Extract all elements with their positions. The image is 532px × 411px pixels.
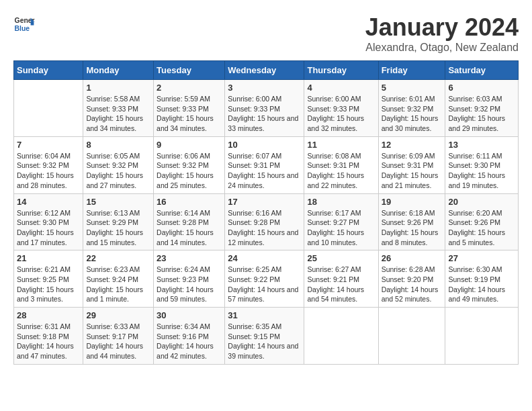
calendar-cell: 18 Sunrise: 6:17 AM Sunset: 9:27 PM Dayl…: [304, 193, 378, 250]
calendar-cell: 28 Sunrise: 6:31 AM Sunset: 9:18 PM Dayl…: [14, 308, 83, 365]
day-number: 21: [17, 253, 80, 263]
calendar-cell: 1 Sunrise: 5:58 AM Sunset: 9:33 PM Dayli…: [83, 80, 154, 137]
calendar-cell: 13 Sunrise: 6:11 AM Sunset: 9:30 PM Dayl…: [445, 136, 519, 193]
day-info: Sunrise: 6:08 AM Sunset: 9:31 PM Dayligh…: [307, 151, 375, 191]
day-number: 16: [157, 197, 222, 207]
day-number: 12: [382, 140, 443, 150]
calendar-cell: 21 Sunrise: 6:21 AM Sunset: 9:25 PM Dayl…: [14, 250, 83, 308]
day-number: 7: [17, 140, 80, 150]
calendar-week-1: 7 Sunrise: 6:04 AM Sunset: 9:32 PM Dayli…: [14, 136, 519, 193]
calendar-cell: 12 Sunrise: 6:09 AM Sunset: 9:31 PM Dayl…: [378, 136, 445, 193]
day-number: 15: [86, 197, 150, 207]
day-info: Sunrise: 6:31 AM Sunset: 9:18 PM Dayligh…: [17, 322, 80, 361]
calendar-cell: [445, 308, 519, 365]
day-number: 25: [307, 253, 375, 263]
day-info: Sunrise: 6:06 AM Sunset: 9:32 PM Dayligh…: [157, 151, 222, 191]
day-number: 29: [86, 310, 150, 320]
header: General Blue January 2024 Alexandra, Ota…: [13, 13, 519, 54]
day-number: 9: [157, 140, 222, 150]
calendar-cell: 26 Sunrise: 6:28 AM Sunset: 9:20 PM Dayl…: [378, 250, 445, 308]
calendar-subtitle: Alexandra, Otago, New Zealand: [365, 42, 519, 54]
calendar-cell: 15 Sunrise: 6:13 AM Sunset: 9:29 PM Dayl…: [83, 193, 154, 250]
header-thursday: Thursday: [304, 61, 378, 80]
calendar-cell: 2 Sunrise: 5:59 AM Sunset: 9:33 PM Dayli…: [154, 80, 225, 137]
day-number: 17: [228, 197, 301, 207]
calendar-week-4: 28 Sunrise: 6:31 AM Sunset: 9:18 PM Dayl…: [14, 308, 519, 365]
header-wednesday: Wednesday: [225, 61, 304, 80]
day-number: 3: [228, 83, 301, 93]
calendar-cell: 9 Sunrise: 6:06 AM Sunset: 9:32 PM Dayli…: [154, 136, 225, 193]
day-info: Sunrise: 6:28 AM Sunset: 9:20 PM Dayligh…: [382, 265, 443, 304]
day-info: Sunrise: 6:05 AM Sunset: 9:32 PM Dayligh…: [86, 151, 150, 191]
calendar-cell: 25 Sunrise: 6:27 AM Sunset: 9:21 PM Dayl…: [304, 250, 378, 308]
day-info: Sunrise: 6:01 AM Sunset: 9:32 PM Dayligh…: [382, 94, 443, 134]
day-number: 5: [382, 83, 443, 93]
calendar-cell: [14, 80, 83, 137]
day-number: 22: [86, 253, 150, 263]
day-info: Sunrise: 6:13 AM Sunset: 9:29 PM Dayligh…: [86, 208, 150, 248]
day-info: Sunrise: 5:59 AM Sunset: 9:33 PM Dayligh…: [157, 94, 222, 134]
calendar-cell: [378, 308, 445, 365]
svg-marker-3: [31, 21, 34, 25]
day-info: Sunrise: 6:33 AM Sunset: 9:17 PM Dayligh…: [86, 322, 150, 361]
day-number: 19: [382, 197, 443, 207]
day-info: Sunrise: 6:11 AM Sunset: 9:30 PM Dayligh…: [448, 151, 515, 191]
day-number: 30: [157, 310, 222, 320]
title-area: January 2024 Alexandra, Otago, New Zeala…: [365, 13, 519, 54]
day-number: 20: [448, 197, 515, 207]
day-info: Sunrise: 6:20 AM Sunset: 9:26 PM Dayligh…: [448, 208, 515, 248]
calendar-cell: 4 Sunrise: 6:00 AM Sunset: 9:33 PM Dayli…: [304, 80, 378, 137]
day-number: 24: [228, 253, 301, 263]
days-header-row: Sunday Monday Tuesday Wednesday Thursday…: [14, 61, 519, 80]
calendar-cell: 22 Sunrise: 6:23 AM Sunset: 9:24 PM Dayl…: [83, 250, 154, 308]
calendar-cell: 31 Sunrise: 6:35 AM Sunset: 9:15 PM Dayl…: [225, 308, 304, 365]
svg-text:Blue: Blue: [15, 25, 30, 32]
calendar-cell: [304, 308, 378, 365]
day-number: 23: [157, 253, 222, 263]
day-info: Sunrise: 6:07 AM Sunset: 9:31 PM Dayligh…: [228, 151, 301, 191]
calendar-cell: 11 Sunrise: 6:08 AM Sunset: 9:31 PM Dayl…: [304, 136, 378, 193]
day-number: 6: [448, 83, 515, 93]
logo-icon: General Blue: [13, 13, 35, 35]
day-info: Sunrise: 6:16 AM Sunset: 9:28 PM Dayligh…: [228, 208, 301, 248]
calendar-cell: 29 Sunrise: 6:33 AM Sunset: 9:17 PM Dayl…: [83, 308, 154, 365]
day-info: Sunrise: 6:35 AM Sunset: 9:15 PM Dayligh…: [228, 322, 301, 361]
header-sunday: Sunday: [14, 61, 83, 80]
calendar-cell: 17 Sunrise: 6:16 AM Sunset: 9:28 PM Dayl…: [225, 193, 304, 250]
day-number: 11: [307, 140, 375, 150]
day-info: Sunrise: 6:27 AM Sunset: 9:21 PM Dayligh…: [307, 265, 375, 304]
day-number: 4: [307, 83, 375, 93]
day-info: Sunrise: 6:23 AM Sunset: 9:24 PM Dayligh…: [86, 265, 150, 304]
calendar-cell: 8 Sunrise: 6:05 AM Sunset: 9:32 PM Dayli…: [83, 136, 154, 193]
day-info: Sunrise: 6:18 AM Sunset: 9:26 PM Dayligh…: [382, 208, 443, 248]
calendar-cell: 10 Sunrise: 6:07 AM Sunset: 9:31 PM Dayl…: [225, 136, 304, 193]
header-friday: Friday: [378, 61, 445, 80]
day-info: Sunrise: 6:00 AM Sunset: 9:33 PM Dayligh…: [228, 94, 301, 134]
calendar-cell: 24 Sunrise: 6:25 AM Sunset: 9:22 PM Dayl…: [225, 250, 304, 308]
calendar-cell: 23 Sunrise: 6:24 AM Sunset: 9:23 PM Dayl…: [154, 250, 225, 308]
calendar-cell: 6 Sunrise: 6:03 AM Sunset: 9:32 PM Dayli…: [445, 80, 519, 137]
day-info: Sunrise: 6:34 AM Sunset: 9:16 PM Dayligh…: [157, 322, 222, 361]
calendar-cell: 16 Sunrise: 6:14 AM Sunset: 9:28 PM Dayl…: [154, 193, 225, 250]
day-number: 28: [17, 310, 80, 320]
calendar-week-3: 21 Sunrise: 6:21 AM Sunset: 9:25 PM Dayl…: [14, 250, 519, 308]
day-number: 18: [307, 197, 375, 207]
day-info: Sunrise: 6:09 AM Sunset: 9:31 PM Dayligh…: [382, 151, 443, 191]
calendar-cell: 20 Sunrise: 6:20 AM Sunset: 9:26 PM Dayl…: [445, 193, 519, 250]
header-saturday: Saturday: [445, 61, 519, 80]
day-info: Sunrise: 6:00 AM Sunset: 9:33 PM Dayligh…: [307, 94, 375, 134]
day-number: 14: [17, 197, 80, 207]
day-info: Sunrise: 5:58 AM Sunset: 9:33 PM Dayligh…: [86, 94, 150, 134]
calendar-cell: 14 Sunrise: 6:12 AM Sunset: 9:30 PM Dayl…: [14, 193, 83, 250]
day-info: Sunrise: 6:14 AM Sunset: 9:28 PM Dayligh…: [157, 208, 222, 248]
calendar-cell: 19 Sunrise: 6:18 AM Sunset: 9:26 PM Dayl…: [378, 193, 445, 250]
day-info: Sunrise: 6:03 AM Sunset: 9:32 PM Dayligh…: [448, 94, 515, 134]
calendar-table: Sunday Monday Tuesday Wednesday Thursday…: [13, 60, 519, 365]
calendar-cell: 5 Sunrise: 6:01 AM Sunset: 9:32 PM Dayli…: [378, 80, 445, 137]
day-number: 8: [86, 140, 150, 150]
day-info: Sunrise: 6:21 AM Sunset: 9:25 PM Dayligh…: [17, 265, 80, 304]
day-number: 1: [86, 83, 150, 93]
calendar-cell: 27 Sunrise: 6:30 AM Sunset: 9:19 PM Dayl…: [445, 250, 519, 308]
day-info: Sunrise: 6:24 AM Sunset: 9:23 PM Dayligh…: [157, 265, 222, 304]
day-number: 10: [228, 140, 301, 150]
